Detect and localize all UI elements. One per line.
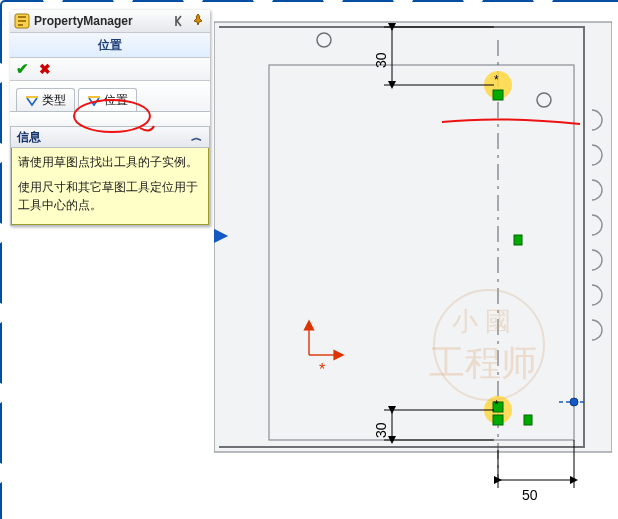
pin-icon[interactable]: [190, 13, 206, 29]
svg-text:工程师: 工程师: [429, 343, 537, 383]
pm-titlebar: PropertyManager: [10, 10, 210, 33]
info-line-2: 使用尺寸和其它草图工具定位用于工具中心的点。: [18, 179, 202, 214]
info-section: 信息 ︽ 请使用草图点找出工具的子实例。 使用尺寸和其它草图工具定位用于工具中心…: [10, 126, 210, 226]
svg-rect-3: [214, 22, 612, 452]
pm-tabstrip: 类型 位置: [10, 81, 210, 112]
svg-text:*: *: [494, 73, 499, 87]
collapse-icon: ︽: [191, 131, 203, 143]
info-section-body: 请使用草图点找出工具的子实例。 使用尺寸和其它草图工具定位用于工具中心的点。: [11, 148, 209, 225]
ok-button[interactable]: ✔: [16, 60, 29, 78]
tab-position-label: 位置: [104, 92, 128, 109]
svg-rect-14: [493, 415, 503, 425]
pm-title: PropertyManager: [34, 14, 166, 28]
tab-type[interactable]: 类型: [16, 88, 75, 111]
svg-text:*: *: [319, 361, 325, 378]
tab-position[interactable]: 位置: [78, 88, 137, 111]
relation-icon[interactable]: [514, 235, 522, 245]
svg-text:小 國: 小 國: [452, 307, 511, 336]
tab-type-label: 类型: [42, 92, 66, 109]
pm-confirm-row: ✔ ✖: [10, 58, 210, 81]
svg-text:30: 30: [373, 422, 389, 438]
svg-rect-10: [493, 90, 503, 100]
pm-subtitle: 位置: [10, 33, 210, 58]
info-section-header[interactable]: 信息 ︽: [11, 127, 209, 148]
svg-rect-1: [26, 96, 38, 98]
info-section-title: 信息: [17, 129, 41, 146]
svg-rect-2: [88, 96, 100, 98]
svg-text:30: 30: [373, 52, 389, 68]
cancel-button[interactable]: ✖: [39, 61, 51, 77]
relation-icon[interactable]: [524, 415, 532, 425]
tab-position-icon: [87, 94, 101, 108]
info-line-1: 请使用草图点找出工具的子实例。: [18, 154, 202, 171]
tab-type-icon: [25, 94, 39, 108]
property-manager-panel: PropertyManager 位置 ✔ ✖ 类型: [10, 10, 210, 226]
pm-feature-icon: [14, 13, 30, 29]
prev-icon[interactable]: [170, 13, 186, 29]
sketch-canvas[interactable]: * * *: [214, 10, 612, 513]
svg-text:50: 50: [522, 487, 538, 503]
